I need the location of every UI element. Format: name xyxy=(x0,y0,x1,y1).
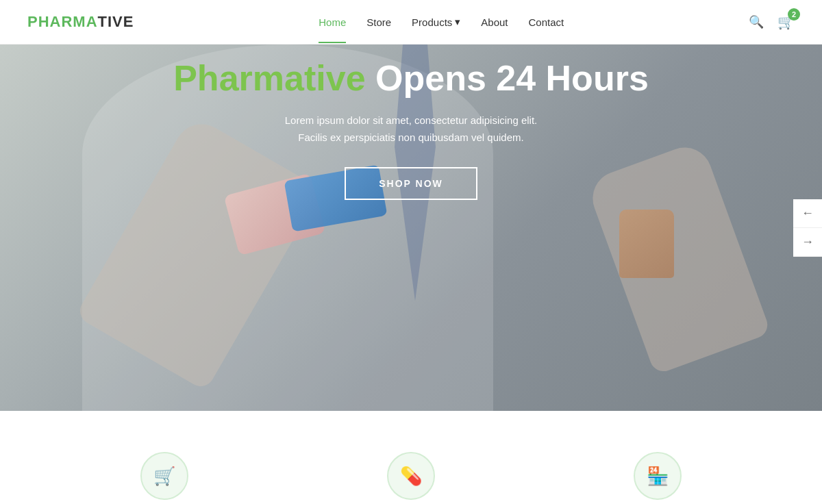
logo-text-dark: TIVE xyxy=(98,13,134,30)
hero-subtext: Lorem ipsum dolor sit amet, consectetur … xyxy=(14,112,808,147)
hero-content: Pharmative Opens 24 Hours Lorem ipsum do… xyxy=(0,58,822,200)
feature-delivery: 🛒 Free Delivery xyxy=(41,438,288,504)
search-button[interactable]: 🔍 xyxy=(749,14,764,29)
nav-store[interactable]: Store xyxy=(366,16,391,28)
hero-headline-green: Pharmative xyxy=(173,58,365,98)
guaranteed-icon: 🏪 xyxy=(647,466,669,487)
header-actions: 🔍 🛒 2 xyxy=(749,14,795,30)
slider-next-button[interactable]: → xyxy=(793,228,822,257)
search-icon: 🔍 xyxy=(749,15,764,29)
medicine-icon: 💊 xyxy=(400,466,422,487)
nav-products[interactable]: Products ▾ xyxy=(412,16,460,28)
nav-about[interactable]: About xyxy=(481,16,508,28)
site-header: PHARMATIVE Home Store Products ▾ About C… xyxy=(0,0,822,45)
delivery-icon-circle: 🛒 xyxy=(140,452,188,500)
delivery-icon: 🛒 xyxy=(153,466,175,487)
hero-headline-white-text: Opens 24 Hours xyxy=(375,58,649,98)
logo-text-green: PHARMA xyxy=(27,13,98,30)
hero-subtext-line2: Facilis ex perspiciatis non quibusdam ve… xyxy=(298,131,523,143)
hero-subtext-line1: Lorem ipsum dolor sit amet, consectetur … xyxy=(285,114,538,126)
cart-badge: 2 xyxy=(788,8,800,21)
features-section: 🛒 Free Delivery 💊 New Medicine Everyday … xyxy=(0,411,822,504)
chevron-down-icon: ▾ xyxy=(455,16,460,28)
feature-medicine: 💊 New Medicine Everyday xyxy=(288,438,534,504)
nav-contact[interactable]: Contact xyxy=(529,16,564,28)
nav-home[interactable]: Home xyxy=(319,16,346,28)
shop-now-button[interactable]: SHOP NOW xyxy=(345,167,477,200)
medicine-icon-circle: 💊 xyxy=(387,452,435,500)
nav-products-label: Products xyxy=(412,16,452,28)
thumbs-up-decoration xyxy=(619,210,674,278)
slider-controls: ← → xyxy=(793,199,822,257)
hero-headline: Pharmative Opens 24 Hours xyxy=(14,58,808,99)
cart-button[interactable]: 🛒 2 xyxy=(777,14,795,30)
feature-guaranteed: 🏪 Medicines Guaranteed xyxy=(534,438,781,504)
main-nav: Home Store Products ▾ About Contact xyxy=(319,16,564,28)
brand-logo: PHARMATIVE xyxy=(27,13,134,31)
guaranteed-icon-circle: 🏪 xyxy=(634,452,682,500)
hero-section: Pharmative Opens 24 Hours Lorem ipsum do… xyxy=(0,45,822,411)
slider-prev-button[interactable]: ← xyxy=(793,199,822,228)
